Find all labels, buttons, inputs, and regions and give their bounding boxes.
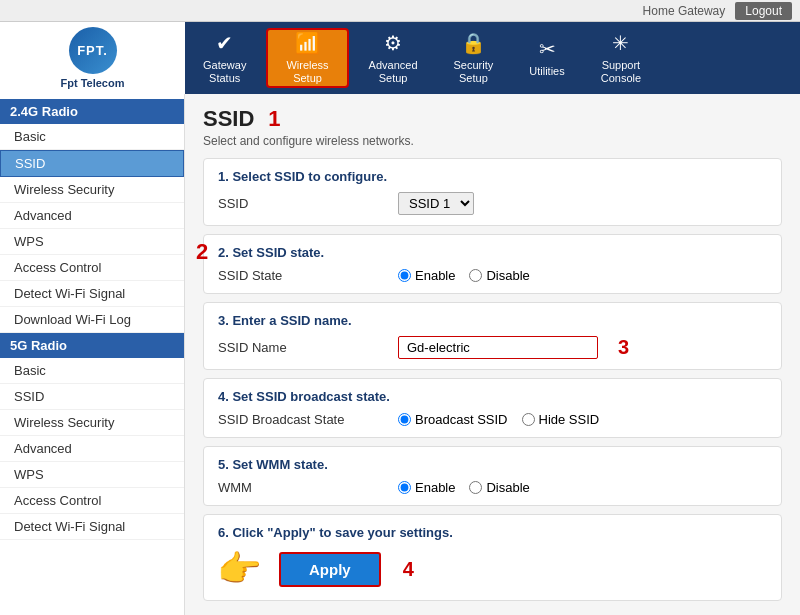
section-wmm-state: 5. Set WMM state. WMM Enable Disable [203, 446, 782, 506]
wireless-setup-icon: 📶 [295, 31, 320, 55]
section-ssid-name: 3. Enter a SSID name. SSID Name 3 [203, 302, 782, 370]
support-console-icon: ✳ [612, 31, 629, 55]
sidebar-item-24g-advanced[interactable]: Advanced [0, 203, 184, 229]
wmm-disable-label[interactable]: Disable [469, 480, 529, 495]
sidebar-section-24g: 2.4G Radio [0, 99, 184, 124]
advanced-setup-icon: ⚙ [384, 31, 402, 55]
sidebar: 2.4G Radio Basic SSID Wireless Security … [0, 94, 185, 615]
utilities-icon: ✂ [539, 37, 556, 61]
wmm-label: WMM [218, 480, 398, 495]
sidebar-item-5g-advanced[interactable]: Advanced [0, 436, 184, 462]
nav-advanced-setup[interactable]: ⚙ AdvancedSetup [351, 22, 436, 94]
apply-button[interactable]: Apply [279, 552, 381, 587]
section-3-title: 3. Enter a SSID name. [218, 313, 767, 328]
ssid-select-label: SSID [218, 196, 398, 211]
page-subtitle: Select and configure wireless networks. [203, 134, 782, 148]
section-ssid-broadcast: 4. Set SSID broadcast state. SSID Broadc… [203, 378, 782, 438]
ssid-state-disable-radio[interactable] [469, 269, 482, 282]
ssid-name-input[interactable] [398, 336, 598, 359]
ssid-state-enable-label[interactable]: Enable [398, 268, 455, 283]
wmm-enable-label[interactable]: Enable [398, 480, 455, 495]
sidebar-item-24g-wireless-security[interactable]: Wireless Security [0, 177, 184, 203]
sidebar-section-5g: 5G Radio [0, 333, 184, 358]
ssid-select[interactable]: SSID 1 SSID 2 SSID 3 SSID 4 [398, 192, 474, 215]
nav-gateway-status[interactable]: ✔ GatewayStatus [185, 22, 264, 94]
section-apply: 6. Click "Apply" to save your settings. … [203, 514, 782, 601]
section-select-ssid: 1. Select SSID to configure. SSID SSID 1… [203, 158, 782, 226]
section-ssid-state: 2. Set SSID state. SSID State Enable Dis… [203, 234, 782, 294]
hide-ssid-radio[interactable] [522, 413, 535, 426]
sidebar-item-24g-basic[interactable]: Basic [0, 124, 184, 150]
sidebar-item-5g-access-control[interactable]: Access Control [0, 488, 184, 514]
nav-utilities[interactable]: ✂ Utilities [511, 22, 582, 94]
logo-icon: FPT. [69, 27, 117, 74]
ssid-state-disable-label[interactable]: Disable [469, 268, 529, 283]
gateway-status-label: GatewayStatus [203, 59, 246, 85]
sidebar-item-24g-wps[interactable]: WPS [0, 229, 184, 255]
security-setup-icon: 🔒 [461, 31, 486, 55]
nav-support-console[interactable]: ✳ SupportConsole [583, 22, 659, 94]
hide-ssid-label[interactable]: Hide SSID [522, 412, 600, 427]
wmm-disable-radio[interactable] [469, 481, 482, 494]
ssid-broadcast-label: SSID Broadcast State [218, 412, 398, 427]
sidebar-item-5g-basic[interactable]: Basic [0, 358, 184, 384]
sidebar-item-5g-detect-wifi[interactable]: Detect Wi-Fi Signal [0, 514, 184, 540]
utilities-label: Utilities [529, 65, 564, 78]
logo-subtitle: Fpt Telecom [61, 77, 125, 89]
sidebar-item-24g-download-wifi-log[interactable]: Download Wi-Fi Log [0, 307, 184, 333]
broadcast-ssid-radio[interactable] [398, 413, 411, 426]
hand-pointer-icon: 👈 [218, 548, 263, 590]
sidebar-item-5g-wps[interactable]: WPS [0, 462, 184, 488]
sidebar-item-24g-ssid[interactable]: SSID [0, 150, 184, 177]
nav-wireless-setup[interactable]: 📶 WirelessSetup [266, 28, 348, 88]
sidebar-item-24g-detect-wifi[interactable]: Detect Wi-Fi Signal [0, 281, 184, 307]
wireless-setup-label: WirelessSetup [286, 59, 328, 85]
wmm-enable-radio[interactable] [398, 481, 411, 494]
logo-area: FPT. Fpt Telecom [0, 22, 185, 94]
ssid-state-enable-radio[interactable] [398, 269, 411, 282]
page-title-text: SSID [203, 106, 254, 132]
logout-button[interactable]: Logout [735, 2, 792, 20]
advanced-setup-label: AdvancedSetup [369, 59, 418, 85]
ssid-name-label: SSID Name [218, 340, 398, 355]
section-1-title: 1. Select SSID to configure. [218, 169, 767, 184]
sidebar-item-5g-wireless-security[interactable]: Wireless Security [0, 410, 184, 436]
annotation-3: 3 [618, 336, 629, 359]
sidebar-item-5g-ssid[interactable]: SSID [0, 384, 184, 410]
home-gateway-label: Home Gateway [643, 4, 726, 18]
section-2-title: 2. Set SSID state. [218, 245, 767, 260]
sidebar-item-24g-access-control[interactable]: Access Control [0, 255, 184, 281]
section-4-title: 4. Set SSID broadcast state. [218, 389, 767, 404]
page-title-annotation: 1 [268, 106, 280, 132]
annotation-4: 4 [403, 558, 414, 581]
gateway-status-icon: ✔ [216, 31, 233, 55]
content-area: SSID 1 Select and configure wireless net… [185, 94, 800, 615]
section-6-title: 6. Click "Apply" to save your settings. [218, 525, 767, 540]
section-5-title: 5. Set WMM state. [218, 457, 767, 472]
nav-items: ✔ GatewayStatus 📶 WirelessSetup ⚙ Advanc… [185, 22, 800, 94]
security-setup-label: SecuritySetup [454, 59, 494, 85]
ssid-state-label: SSID State [218, 268, 398, 283]
nav-security-setup[interactable]: 🔒 SecuritySetup [436, 22, 512, 94]
broadcast-ssid-label[interactable]: Broadcast SSID [398, 412, 508, 427]
support-console-label: SupportConsole [601, 59, 641, 85]
page-title-row: SSID 1 [203, 106, 782, 132]
